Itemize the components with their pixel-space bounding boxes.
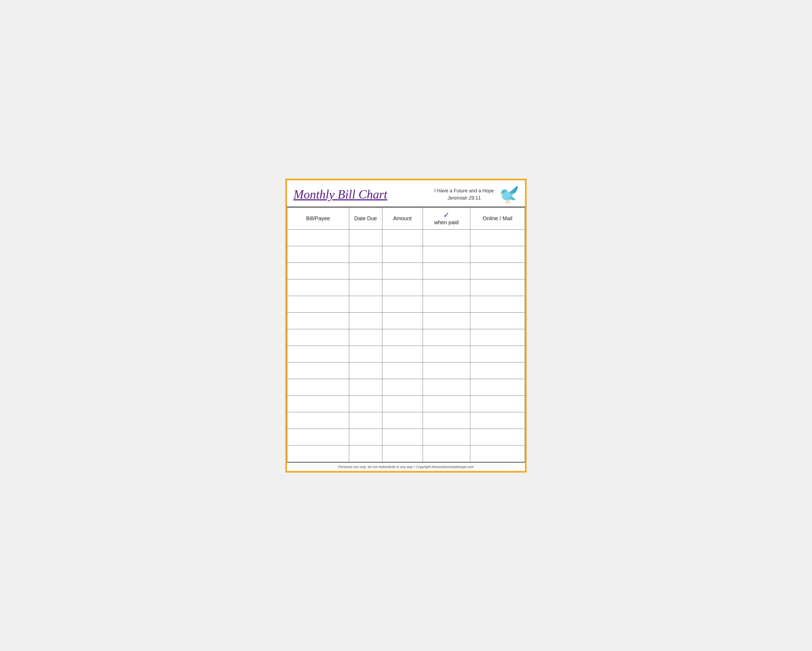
table-row[interactable] bbox=[287, 296, 525, 313]
table-cell[interactable] bbox=[287, 279, 349, 296]
table-cell[interactable] bbox=[423, 229, 470, 246]
table-cell[interactable] bbox=[423, 346, 470, 362]
table-cell[interactable] bbox=[423, 279, 470, 296]
table-cell[interactable] bbox=[470, 346, 525, 362]
table-cell[interactable] bbox=[382, 445, 423, 462]
table-cell[interactable] bbox=[287, 262, 349, 279]
table-row[interactable] bbox=[287, 428, 525, 445]
table-cell[interactable] bbox=[349, 362, 382, 379]
table-row[interactable] bbox=[287, 313, 525, 329]
table-cell[interactable] bbox=[470, 279, 525, 296]
tagline-line2: Jeremiah 29:11 bbox=[434, 195, 494, 202]
table-cell[interactable] bbox=[287, 229, 349, 246]
table-cell[interactable] bbox=[423, 428, 470, 445]
table-cell[interactable] bbox=[349, 246, 382, 262]
svg-line-10 bbox=[507, 200, 507, 203]
table-cell[interactable] bbox=[423, 296, 470, 313]
table-row[interactable] bbox=[287, 362, 525, 379]
table-cell[interactable] bbox=[349, 262, 382, 279]
table-cell[interactable] bbox=[382, 296, 423, 313]
table-cell[interactable] bbox=[423, 329, 470, 346]
table-row[interactable] bbox=[287, 395, 525, 412]
table-cell[interactable] bbox=[382, 279, 423, 296]
table-cell[interactable] bbox=[382, 362, 423, 379]
page-title: Monthly Bill Chart bbox=[293, 187, 387, 201]
table-cell[interactable] bbox=[287, 246, 349, 262]
table-row[interactable] bbox=[287, 262, 525, 279]
table-cell[interactable] bbox=[470, 246, 525, 262]
table-cell[interactable] bbox=[470, 262, 525, 279]
table-cell[interactable] bbox=[423, 445, 470, 462]
svg-marker-7 bbox=[500, 192, 501, 194]
table-row[interactable] bbox=[287, 445, 525, 462]
table-cell[interactable] bbox=[470, 296, 525, 313]
table-cell[interactable] bbox=[287, 445, 349, 462]
table-cell[interactable] bbox=[382, 395, 423, 412]
table-cell[interactable] bbox=[470, 395, 525, 412]
table-cell[interactable] bbox=[382, 246, 423, 262]
table-cell[interactable] bbox=[287, 412, 349, 428]
table-row[interactable] bbox=[287, 379, 525, 395]
table-row[interactable] bbox=[287, 279, 525, 296]
table-row[interactable] bbox=[287, 346, 525, 362]
table-cell[interactable] bbox=[287, 395, 349, 412]
table-cell[interactable] bbox=[349, 395, 382, 412]
table-cell[interactable] bbox=[287, 428, 349, 445]
table-cell[interactable] bbox=[382, 346, 423, 362]
table-cell[interactable] bbox=[287, 313, 349, 329]
table-cell[interactable] bbox=[287, 329, 349, 346]
bill-table-wrapper: Bill/Payee Date Due Amount ✓ when paid bbox=[287, 207, 525, 462]
table-row[interactable] bbox=[287, 329, 525, 346]
table-cell[interactable] bbox=[349, 313, 382, 329]
table-cell[interactable] bbox=[470, 445, 525, 462]
page-container: Monthly Bill Chart I Have a Future and a… bbox=[285, 179, 527, 473]
svg-line-11 bbox=[509, 200, 510, 203]
table-cell[interactable] bbox=[287, 379, 349, 395]
table-cell[interactable] bbox=[470, 313, 525, 329]
table-cell[interactable] bbox=[382, 262, 423, 279]
table-row[interactable] bbox=[287, 246, 525, 262]
table-cell[interactable] bbox=[349, 296, 382, 313]
table-cell[interactable] bbox=[470, 379, 525, 395]
table-cell[interactable] bbox=[470, 229, 525, 246]
table-row[interactable] bbox=[287, 229, 525, 246]
table-cell[interactable] bbox=[382, 412, 423, 428]
table-cell[interactable] bbox=[470, 428, 525, 445]
table-cell[interactable] bbox=[423, 395, 470, 412]
header-right: I Have a Future and a Hope Jeremiah 29:1… bbox=[434, 185, 519, 204]
col-header-check: ✓ when paid bbox=[423, 207, 470, 229]
table-cell[interactable] bbox=[287, 346, 349, 362]
table-cell[interactable] bbox=[349, 428, 382, 445]
table-cell[interactable] bbox=[349, 346, 382, 362]
table-cell[interactable] bbox=[349, 279, 382, 296]
col-header-online: Online / Mail bbox=[470, 207, 525, 229]
table-cell[interactable] bbox=[382, 379, 423, 395]
table-cell[interactable] bbox=[470, 412, 525, 428]
table-cell[interactable] bbox=[423, 362, 470, 379]
table-cell[interactable] bbox=[287, 296, 349, 313]
table-cell[interactable] bbox=[349, 229, 382, 246]
table-cell[interactable] bbox=[382, 229, 423, 246]
table-row[interactable] bbox=[287, 412, 525, 428]
bill-table: Bill/Payee Date Due Amount ✓ when paid bbox=[287, 207, 525, 462]
table-cell[interactable] bbox=[423, 313, 470, 329]
table-cell[interactable] bbox=[349, 412, 382, 428]
svg-line-14 bbox=[508, 203, 510, 203]
table-cell[interactable] bbox=[349, 379, 382, 395]
table-cell[interactable] bbox=[423, 379, 470, 395]
table-cell[interactable] bbox=[382, 428, 423, 445]
table-cell[interactable] bbox=[470, 329, 525, 346]
table-cell[interactable] bbox=[382, 329, 423, 346]
tagline-line1: I Have a Future and a Hope bbox=[434, 187, 494, 195]
table-cell[interactable] bbox=[423, 246, 470, 262]
col-header-date: Date Due bbox=[349, 207, 382, 229]
table-cell[interactable] bbox=[423, 262, 470, 279]
table-cell[interactable] bbox=[382, 313, 423, 329]
table-cell[interactable] bbox=[287, 362, 349, 379]
table-cell[interactable] bbox=[423, 412, 470, 428]
table-header-row: Bill/Payee Date Due Amount ✓ when paid bbox=[287, 207, 525, 229]
table-cell[interactable] bbox=[470, 362, 525, 379]
check-when-paid-label: when paid bbox=[434, 220, 458, 226]
table-cell[interactable] bbox=[349, 329, 382, 346]
table-cell[interactable] bbox=[349, 445, 382, 462]
